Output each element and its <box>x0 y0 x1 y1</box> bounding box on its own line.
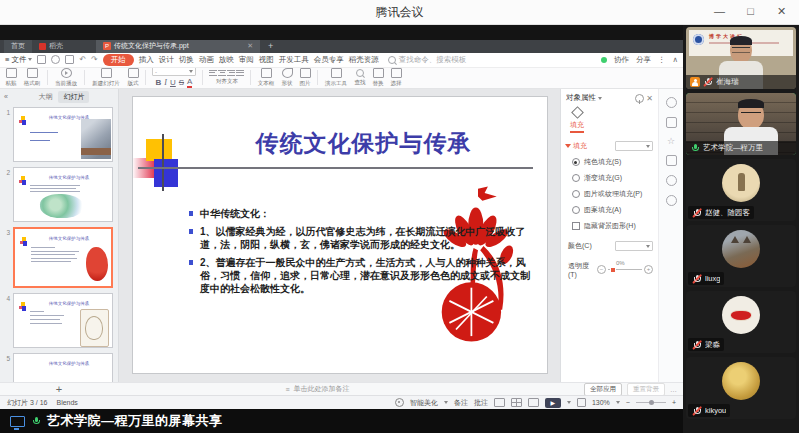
replace-button[interactable]: 替换 <box>372 68 384 88</box>
play-from-current-button[interactable]: 当前播放 <box>54 68 78 88</box>
zoom-out-button[interactable]: − <box>626 399 630 406</box>
solid-fill-radio[interactable]: 纯色填充(S) <box>566 157 653 167</box>
command-search-input[interactable]: 查找命令、搜索模板 <box>388 55 467 65</box>
zoom-level[interactable]: 130% <box>592 399 610 406</box>
fit-window-icon[interactable] <box>577 398 586 407</box>
tab-transitions[interactable]: 切换 <box>179 55 194 65</box>
tab-view[interactable]: 视图 <box>259 55 274 65</box>
add-slide-button[interactable]: + <box>56 383 62 395</box>
slide-body-text[interactable]: 中华传统文化： 1、以儒家经典为经，以历代官修史志为纬，在长期流迁演化中广泛吸收… <box>189 207 531 300</box>
pin-icon[interactable] <box>635 94 644 103</box>
collapse-panel-icon[interactable]: « <box>4 93 8 100</box>
fill-preset-select[interactable] <box>615 141 653 151</box>
slide-thumbnail-3-selected[interactable]: 3 传统文化保护与传承 <box>0 227 113 288</box>
wps-docer-tab[interactable]: 稻壳 <box>32 40 70 53</box>
strikethrough-button[interactable]: S <box>179 78 184 87</box>
gradient-fill-radio[interactable]: 渐变填充(G) <box>566 173 653 183</box>
file-menu[interactable]: ≡ 文件 <box>5 55 32 65</box>
participant-tile[interactable]: 梁淼 <box>686 291 796 353</box>
align-left-icon[interactable] <box>209 70 217 76</box>
zoom-slider[interactable] <box>636 402 666 403</box>
star-icon[interactable]: ☆ <box>667 137 675 146</box>
color-select[interactable] <box>615 241 653 251</box>
layout-button[interactable]: 版式 <box>127 68 139 88</box>
slide-thumbnail-2[interactable]: 2 传统文化保护与传承 <box>0 167 113 222</box>
plus-icon[interactable]: + <box>644 265 653 274</box>
text-box-button[interactable]: 文本框 <box>257 68 275 88</box>
more-vert-icon[interactable]: ⋮ <box>658 55 666 64</box>
tab-insert[interactable]: 插入 <box>139 55 154 65</box>
presentation-tools-button[interactable]: 演示工具 <box>324 68 348 88</box>
fill-section-header[interactable]: 填充 <box>566 141 653 151</box>
reset-background-button[interactable]: 重置背景 <box>627 383 665 396</box>
more-ellipsis-icon[interactable]: … <box>670 386 677 393</box>
slide-thumbnail-4[interactable]: 4 传统文化保护与传承 <box>0 293 113 348</box>
print-icon[interactable] <box>51 55 60 64</box>
recommend-icon[interactable] <box>666 97 677 108</box>
underline-button[interactable]: U <box>170 78 176 87</box>
undo-icon[interactable]: ↶ <box>79 55 86 64</box>
new-tab-button[interactable]: + <box>260 40 281 53</box>
notes-input[interactable]: ≡ 单击此处添加备注 <box>118 384 517 394</box>
slider-handle[interactable] <box>610 267 616 273</box>
participant-tile[interactable]: kikyou <box>686 357 796 419</box>
minimize-button[interactable]: — <box>704 0 735 24</box>
bold-button[interactable]: B <box>156 78 162 87</box>
chevron-down-icon[interactable] <box>598 97 602 100</box>
shapes-button[interactable]: 形状 <box>281 68 293 88</box>
participant-tile[interactable]: 赵健、随园客 <box>686 159 796 221</box>
export-icon[interactable] <box>65 55 74 64</box>
tab-member[interactable]: 会员专享 <box>314 55 344 65</box>
format-painter-button[interactable]: 格式刷 <box>23 68 41 88</box>
helpdesk-icon[interactable] <box>666 195 677 206</box>
redo-icon[interactable]: ↷ <box>91 55 98 64</box>
tab-home-ribbon[interactable]: 开始 <box>103 54 134 66</box>
properties-icon[interactable] <box>666 117 677 128</box>
slide-thumbnail-5[interactable]: 5 传统文化保护与传承 <box>0 353 113 382</box>
picture-fill-radio[interactable]: 图片或纹理填充(P) <box>566 189 653 199</box>
slide-sorter-view-icon[interactable] <box>511 398 522 407</box>
slide-thumbnail-1[interactable]: 1 传统文化保护与传承 <box>0 107 113 162</box>
picture-button[interactable]: 图片 <box>299 68 311 88</box>
justify-icon[interactable] <box>236 70 244 76</box>
align-center-icon[interactable] <box>218 70 226 76</box>
tab-docer-res[interactable]: 稻壳资源 <box>349 55 379 65</box>
align-right-icon[interactable] <box>227 70 235 76</box>
transparency-slider[interactable]: − 0% + <box>597 265 653 274</box>
find-button[interactable]: 查找 <box>354 69 366 87</box>
pages-icon[interactable] <box>666 155 677 166</box>
font-family-select[interactable]: - <box>152 68 196 77</box>
close-tab-icon[interactable]: ✕ <box>247 42 253 50</box>
tab-slideshow[interactable]: 放映 <box>219 55 234 65</box>
participant-tile-speaking[interactable]: 艺术学院—程万里 <box>686 93 796 155</box>
close-panel-icon[interactable]: ✕ <box>646 94 653 103</box>
tab-review[interactable]: 审阅 <box>239 55 254 65</box>
paste-button[interactable]: 粘贴 <box>5 68 17 88</box>
current-slide-canvas[interactable]: 传统文化保护与传承 <box>133 97 547 373</box>
new-slide-button[interactable]: 新建幻灯片 <box>91 68 121 88</box>
minus-icon[interactable]: − <box>597 265 606 274</box>
font-color-button[interactable]: A <box>187 77 192 88</box>
tab-animation[interactable]: 动画 <box>199 55 214 65</box>
outline-tab[interactable]: 大纲 <box>38 92 52 102</box>
alignment-buttons[interactable] <box>209 70 244 76</box>
participant-tile[interactable]: liuxg <box>686 225 796 287</box>
reading-view-icon[interactable] <box>528 398 539 407</box>
wps-document-tab[interactable]: P 传统文化保护与传承.ppt ✕ <box>96 40 260 53</box>
slide-title[interactable]: 传统文化保护与传承 <box>189 128 539 159</box>
fill-tab[interactable]: 填充 <box>566 108 588 133</box>
close-button[interactable]: ✕ <box>766 0 797 24</box>
smart-beautify-button[interactable]: 智能美化 <box>410 398 438 408</box>
slide-editor[interactable]: 传统文化保护与传承 <box>119 89 560 382</box>
slideshow-play-button[interactable]: ▶ <box>545 398 561 408</box>
participant-tile[interactable]: 博学大讲坛 崔海瑞 <box>686 27 796 89</box>
hide-background-checkbox[interactable]: 隐藏背景图形(H) <box>566 221 653 231</box>
history-icon[interactable] <box>666 175 677 186</box>
apply-all-button[interactable]: 全部应用 <box>584 383 622 396</box>
tab-devtools[interactable]: 开发工具 <box>279 55 309 65</box>
save-icon[interactable] <box>37 55 46 64</box>
collapse-ribbon-icon[interactable]: ∧ <box>673 55 679 64</box>
notes-toggle-button[interactable]: 备注 <box>454 398 468 408</box>
select-button[interactable]: 选择 <box>390 68 402 88</box>
maximize-button[interactable]: □ <box>735 0 766 24</box>
